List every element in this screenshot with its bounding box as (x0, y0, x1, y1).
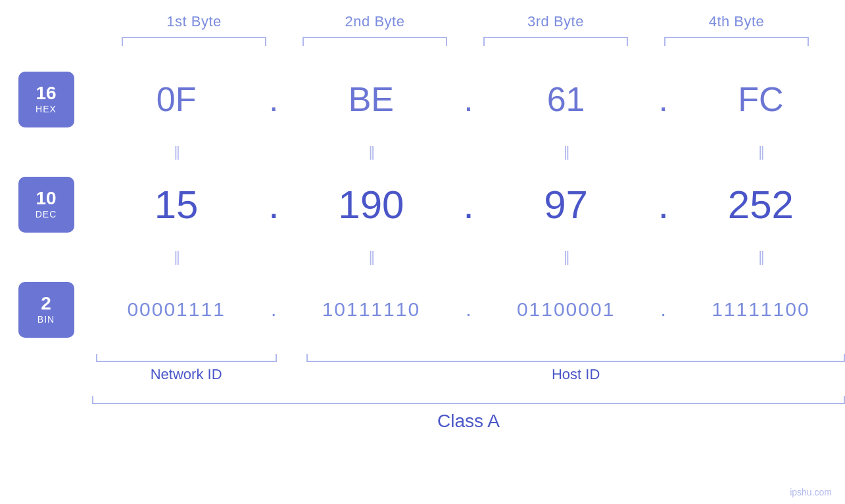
hex-badge-number: 16 (36, 84, 56, 103)
dec-dot3: . (650, 182, 677, 227)
bin-badge: 2 BIN (18, 282, 74, 338)
host-id-label: Host ID (306, 366, 845, 383)
hex-byte3-value: 61 (547, 80, 585, 119)
bin-byte2-cell: 10111110 (287, 298, 455, 321)
bin-badge-label: BIN (37, 314, 55, 325)
bracket-1 (104, 37, 285, 50)
network-bracket (92, 349, 280, 362)
dec-byte4-cell: 252 (677, 182, 845, 227)
bracket-2 (285, 37, 466, 50)
nh-labels-row: Network ID Host ID (92, 366, 845, 383)
class-label: Class A (437, 411, 500, 431)
dec-byte3-cell: 97 (482, 182, 650, 227)
badges-column: 16 HEX 10 DEC 2 BIN (0, 63, 92, 504)
label-gap (280, 366, 306, 383)
dec-dot1: . (260, 182, 287, 227)
bin-byte2-value: 10111110 (322, 298, 420, 321)
bracket-4 (646, 37, 827, 50)
hex-row: 0F . BE . 61 . FC (92, 63, 845, 135)
eq2-cell1: || (92, 248, 260, 265)
eq1-cell3: || (482, 143, 650, 160)
eq2-cell4: || (677, 248, 845, 265)
bin-byte4-cell: 11111100 (677, 298, 845, 321)
bin-dot2: . (456, 298, 482, 321)
eq1-sign4: || (758, 143, 763, 160)
bin-byte3-cell: 01100001 (482, 298, 650, 321)
class-label-row: Class A (92, 411, 845, 432)
dec-badge-row: 10 DEC (18, 168, 74, 241)
dec-byte2-cell: 190 (287, 182, 455, 227)
bin-badge-number: 2 (41, 294, 51, 313)
byte-headers: 1st Byte 2nd Byte 3rd Byte 4th Byte (104, 13, 827, 30)
eq2-cell2: || (287, 248, 455, 265)
host-bracket (306, 349, 845, 362)
dec-row: 15 . 190 . 97 . 252 (92, 168, 845, 241)
hex-badge-label: HEX (36, 104, 57, 114)
dec-byte2-value: 190 (338, 182, 404, 227)
hex-dot2: . (456, 80, 482, 119)
eq1-cell4: || (677, 143, 845, 160)
dec-badge: 10 DEC (18, 177, 74, 233)
hex-byte2-cell: BE (287, 80, 455, 119)
class-bracket (92, 391, 845, 404)
hex-dot3: . (650, 80, 677, 119)
bin-badge-row: 2 BIN (18, 273, 74, 346)
dec-dot2: . (456, 182, 482, 227)
hex-byte4-cell: FC (677, 80, 845, 119)
bin-row: 00001111 . 10111110 . 01100001 . 1111110… (92, 273, 845, 346)
eq2-sign4: || (758, 248, 763, 265)
bracket-gap-1 (280, 349, 306, 362)
values-section: 0F . BE . 61 . FC || (92, 63, 845, 504)
dec-byte3-value: 97 (544, 182, 588, 227)
equals-row-2: || || || || (92, 241, 845, 273)
hex-byte1-value: 0F (157, 80, 197, 119)
hex-dot1: . (260, 80, 287, 119)
byte2-header: 2nd Byte (285, 13, 466, 30)
header-brackets (104, 37, 827, 50)
nh-brackets-row (92, 349, 845, 362)
equals-row-1: || || || || (92, 135, 845, 168)
bin-byte1-value: 00001111 (127, 298, 225, 321)
bin-byte4-value: 11111100 (712, 298, 809, 321)
main-container: 1st Byte 2nd Byte 3rd Byte 4th Byte 16 H… (0, 0, 845, 504)
watermark: ipshu.com (790, 487, 832, 497)
dec-byte1-cell: 15 (92, 182, 260, 227)
eq1-sign1: || (174, 143, 178, 160)
dec-byte1-value: 15 (155, 182, 199, 227)
dec-badge-label: DEC (36, 209, 57, 219)
byte4-header: 4th Byte (646, 13, 827, 30)
hex-byte4-value: FC (738, 80, 783, 119)
hex-badge-row: 16 HEX (18, 63, 74, 135)
eq1-sign2: || (369, 143, 374, 160)
hex-byte2-value: BE (349, 80, 394, 119)
hex-byte3-cell: 61 (482, 80, 650, 119)
eq1-cell1: || (92, 143, 260, 160)
bin-dot1: . (260, 298, 287, 321)
eq1-cell2: || (287, 143, 455, 160)
bin-dot3: . (650, 298, 677, 321)
byte3-header: 3rd Byte (466, 13, 646, 30)
bin-byte3-value: 01100001 (517, 298, 615, 321)
eq2-sign3: || (564, 248, 568, 265)
bin-byte1-cell: 00001111 (92, 298, 260, 321)
hex-byte1-cell: 0F (92, 80, 260, 119)
eq1-sign3: || (564, 143, 568, 160)
dec-badge-number: 10 (36, 189, 56, 208)
hex-badge: 16 HEX (18, 72, 74, 127)
eq2-sign2: || (369, 248, 374, 265)
dec-byte4-value: 252 (728, 182, 794, 227)
byte1-header: 1st Byte (104, 13, 285, 30)
network-id-label: Network ID (92, 366, 280, 383)
bracket-3 (466, 37, 646, 50)
eq2-sign1: || (174, 248, 178, 265)
eq2-cell3: || (482, 248, 650, 265)
